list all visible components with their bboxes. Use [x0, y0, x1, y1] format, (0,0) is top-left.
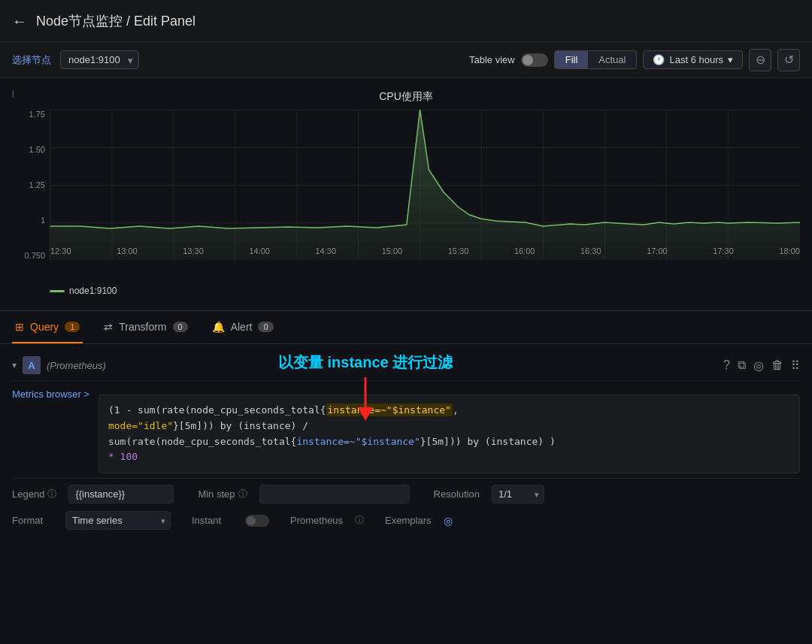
options-row-2: Format Time series Instant Prometheus ⓘ …	[12, 506, 800, 533]
instant-toggle[interactable]	[245, 515, 269, 527]
tab-transform[interactable]: ⇄ Transform 0	[101, 311, 190, 343]
fill-actual-group: Fill Actual	[554, 50, 638, 69]
resolution-select-wrapper: 1/1	[492, 485, 544, 503]
datasource-label: (Prometheus)	[47, 360, 106, 371]
zoom-out-button[interactable]: ⊖	[749, 49, 771, 71]
query-help-button[interactable]: ?	[723, 358, 730, 373]
expr-part-3: }[5m])) by (instance) /	[173, 420, 308, 431]
resolution-label: Resolution	[434, 488, 480, 500]
chart-info-icon: i	[12, 89, 14, 99]
chart-plot: 12:30 13:00 13:30 14:00 14:30 15:00 15:3…	[50, 110, 800, 260]
legend-info-icon: ⓘ	[47, 488, 56, 500]
y-label-125: 1.25	[29, 180, 45, 189]
table-view-label: Table view	[469, 54, 515, 65]
x-label-1800: 18:00	[779, 246, 800, 255]
expr-instance-2: instance=~"$instance"	[296, 436, 420, 447]
tab-query[interactable]: ⊞ Query 1	[12, 311, 83, 343]
refresh-button[interactable]: ↺	[777, 49, 800, 71]
format-label-text: Format	[12, 515, 53, 526]
query-tab-icon: ⊞	[15, 321, 24, 333]
x-label-1500: 15:00	[382, 246, 403, 255]
metrics-expression-row: Metrics browser > (1 - sum(rate(node_cpu…	[12, 389, 800, 473]
query-eye-button[interactable]: ◎	[753, 358, 764, 373]
chart-title: CPU使用率	[12, 90, 800, 104]
y-label-150: 1.50	[29, 145, 45, 154]
x-label-1530: 15:30	[448, 246, 469, 255]
x-axis: 12:30 13:00 13:30 14:00 14:30 15:00 15:3…	[50, 242, 800, 260]
instant-label: Instant	[192, 515, 233, 526]
alert-tab-label: Alert	[231, 321, 253, 333]
time-range-label: Last 6 hours	[669, 54, 723, 65]
y-label-075: 0.750	[24, 251, 45, 260]
query-drag-handle[interactable]: ⠿	[791, 358, 800, 373]
clock-icon: 🕐	[653, 54, 665, 65]
y-axis: 1.75 1.50 1.25 1 0.750	[12, 110, 50, 260]
x-label-1430: 14:30	[316, 246, 337, 255]
query-a-section: ▾ A (Prometheus) ? ⧉ ◎ 🗑 ⠿ Metrics brows…	[0, 344, 812, 533]
table-view-section: Table view	[469, 53, 548, 67]
x-label-1700: 17:00	[647, 246, 668, 255]
chart-svg	[50, 110, 800, 260]
legend-input[interactable]	[68, 485, 174, 503]
expr-multiply: * 100	[108, 451, 138, 462]
options-row-1: Legend ⓘ Min step ⓘ Resolution 1/1	[12, 478, 800, 506]
exemplars-eye-icon[interactable]: ◎	[444, 515, 453, 527]
transform-tab-badge: 0	[173, 322, 188, 332]
transform-tab-icon: ⇄	[104, 321, 113, 333]
expr-mode: mode="idle"	[108, 420, 173, 431]
tabs-bar: ⊞ Query 1 ⇄ Transform 0 🔔 Alert 0	[0, 311, 812, 344]
query-tab-badge: 1	[65, 322, 80, 332]
query-expression[interactable]: (1 - sum(rate(node_cpu_seconds_total{ins…	[98, 395, 800, 473]
resolution-select[interactable]: 1/1	[492, 485, 544, 503]
chevron-down-icon: ▾	[728, 54, 733, 65]
collapse-button[interactable]: ▾	[12, 360, 17, 370]
legend-label: node1:9100	[69, 286, 117, 296]
back-button[interactable]: ←	[12, 14, 27, 29]
x-label-1600: 16:00	[514, 246, 535, 255]
format-select[interactable]: Time series	[65, 511, 171, 530]
query-actions: ? ⧉ ◎ 🗑 ⠿	[723, 358, 800, 373]
x-label-1400: 14:00	[249, 246, 270, 255]
query-panel: ⊞ Query 1 ⇄ Transform 0 🔔 Alert 0 ▾ A (P…	[0, 311, 812, 533]
page-title: Node节点监控 / Edit Panel	[36, 12, 195, 30]
header: ← Node节点监控 / Edit Panel	[0, 0, 812, 42]
query-letter: A	[23, 356, 41, 374]
toolbar: 选择节点 node1:9100 Table view Fill Actual 🕐…	[0, 42, 812, 78]
metrics-row: Metrics browser > (1 - sum(rate(node_cpu…	[12, 381, 800, 478]
tab-alert[interactable]: 🔔 Alert 0	[209, 311, 277, 343]
format-select-wrapper: Time series	[65, 511, 171, 530]
expr-part-1: (1 - sum(rate(node_cpu_seconds_total{	[108, 404, 326, 416]
min-step-label: Min step ⓘ	[198, 488, 247, 500]
legend-label-text: Legend ⓘ	[12, 488, 56, 500]
transform-tab-label: Transform	[119, 321, 166, 333]
alert-tab-badge: 0	[258, 322, 273, 332]
prometheus-info-icon: ⓘ	[355, 514, 364, 527]
actual-button[interactable]: Actual	[588, 51, 636, 68]
query-tab-label: Query	[30, 321, 59, 333]
min-step-info-icon: ⓘ	[238, 488, 247, 500]
expr-part-4: sum(rate(node_cpu_seconds_total{	[108, 436, 296, 447]
fill-button[interactable]: Fill	[555, 51, 589, 68]
query-copy-button[interactable]: ⧉	[738, 358, 746, 373]
expr-part-2: ,	[453, 404, 459, 416]
y-label-1: 1	[41, 216, 45, 225]
expr-instance-highlight: instance=~"$instance"	[326, 404, 453, 416]
time-range-button[interactable]: 🕐 Last 6 hours ▾	[643, 50, 743, 69]
table-view-toggle[interactable]	[521, 53, 548, 67]
query-delete-button[interactable]: 🗑	[771, 358, 783, 373]
expr-part-5: }[5m])) by (instance) )	[420, 436, 556, 447]
node-select-label: 选择节点	[12, 53, 51, 67]
x-label-1230: 12:30	[50, 246, 71, 255]
alert-tab-icon: 🔔	[212, 321, 225, 333]
y-label-175: 1.75	[29, 110, 45, 119]
chart-container: 1.75 1.50 1.25 1 0.750	[12, 110, 800, 283]
node-dropdown-wrapper: node1:9100	[60, 50, 139, 69]
node-select-dropdown[interactable]: node1:9100	[60, 50, 139, 69]
legend-dot	[50, 290, 65, 292]
x-label-1300: 13:00	[117, 246, 138, 255]
min-step-input[interactable]	[259, 485, 410, 503]
x-label-1730: 17:30	[713, 246, 734, 255]
query-a-row: ▾ A (Prometheus) ? ⧉ ◎ 🗑 ⠿	[12, 350, 800, 381]
metrics-browser-button[interactable]: Metrics browser >	[12, 389, 89, 400]
x-label-1630: 16:30	[580, 246, 601, 255]
